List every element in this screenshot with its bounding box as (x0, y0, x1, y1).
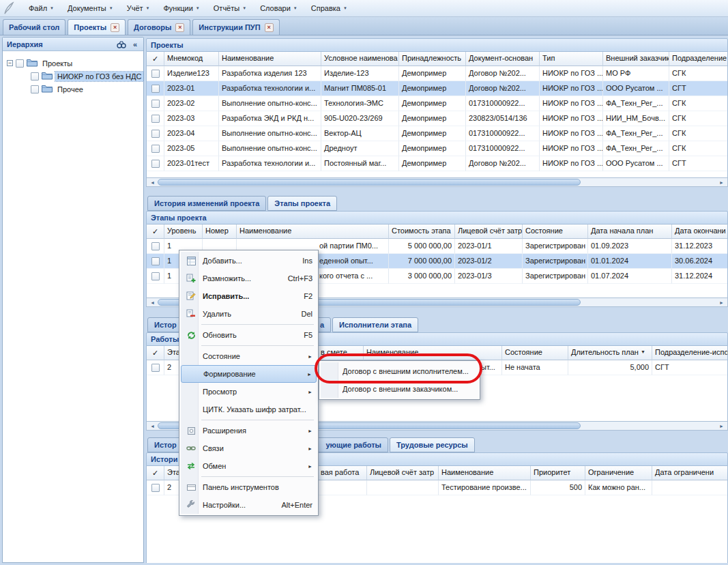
context-menu-item-settings[interactable]: Настройки... Alt+Enter (181, 496, 317, 514)
submenu-item-external-executor[interactable]: Договор с внешним исполнителем... (321, 362, 478, 380)
context-menu-item-state[interactable]: Состояние ► (181, 347, 317, 365)
row-checkbox[interactable] (151, 145, 160, 153)
context-menu-item-links[interactable]: Связи ► (181, 439, 317, 457)
column-header[interactable]: Наименование (439, 466, 531, 480)
context-menu-item-refresh[interactable]: Обновить F5 (181, 326, 317, 344)
close-icon[interactable]: × (265, 23, 274, 32)
close-icon[interactable]: × (175, 23, 184, 32)
column-header-check[interactable]: ✓ (147, 224, 164, 239)
scroll-left-icon[interactable]: ◄ (147, 424, 158, 429)
row-checkbox[interactable] (151, 100, 160, 108)
column-header[interactable]: Дата начала план (588, 224, 672, 239)
table-row[interactable]: 2023-01 Разработка технологии и... Магни… (147, 81, 727, 96)
column-header[interactable]: Наименование (237, 224, 389, 239)
column-header-sorted[interactable]: Длительность план ▼ (568, 346, 652, 360)
table-row[interactable]: 2023-01тест Разработка технологии и... П… (147, 156, 727, 171)
column-header[interactable]: Дата ограничени (652, 466, 728, 480)
column-header[interactable]: Наименование (219, 52, 321, 66)
column-header[interactable]: Условное наименова (321, 52, 399, 66)
submenu-item-external-customer[interactable]: Договор с внешним заказчиком... (321, 380, 478, 398)
scroll-right-icon[interactable]: ► (716, 300, 727, 305)
column-header[interactable]: Приоритет (531, 466, 585, 480)
column-header[interactable]: Ограничение (585, 466, 652, 480)
menubar-item[interactable]: Файл ▼ (22, 1, 61, 15)
doc-tab[interactable]: Инструкции ПУП × (192, 19, 279, 35)
context-menu-item-toolbar[interactable]: Панель инструментов (181, 478, 317, 496)
tree-checkbox[interactable] (31, 85, 39, 93)
column-header[interactable]: Лицевой счёт затрат. (455, 224, 523, 239)
collapse-panel-icon[interactable]: « (130, 39, 141, 49)
context-menu-item-duplicate[interactable]: Размножить... Ctrl+F3 (181, 270, 317, 287)
sub-tab[interactable]: Этапы проекта (267, 196, 337, 211)
scroll-left-icon[interactable]: ◄ (147, 300, 158, 305)
table-row[interactable]: 2023-04 Выполнение опытно-конс... Вектор… (147, 126, 727, 141)
tree-checkbox[interactable] (16, 59, 24, 68)
column-header-check[interactable]: ✓ (147, 52, 164, 66)
menubar-item[interactable]: Учёт ▼ (120, 1, 157, 15)
horizontal-scrollbar[interactable]: ◄ ► (146, 177, 728, 187)
column-header[interactable]: Принадлежность (399, 52, 466, 66)
column-header[interactable]: в смете (318, 346, 364, 360)
row-checkbox[interactable] (151, 257, 160, 265)
context-menu-item-edit[interactable]: Исправить... F2 (181, 287, 317, 305)
column-header[interactable]: Состояние (523, 224, 588, 239)
column-header[interactable]: Тип (540, 52, 603, 66)
column-header-check[interactable]: ✓ (147, 466, 164, 480)
scroll-left-icon[interactable]: ◄ (147, 180, 158, 185)
column-header-check[interactable]: ✓ (147, 346, 164, 360)
row-checkbox[interactable] (151, 115, 160, 123)
search-binoculars-icon[interactable] (116, 39, 127, 49)
tree-item[interactable]: − Прочее (4, 83, 142, 96)
column-header[interactable]: вая работа (318, 466, 367, 480)
doc-tab[interactable]: Договоры × (128, 19, 190, 35)
tree-item[interactable]: − НИОКР по ГОЗ без НДС (4, 70, 142, 83)
column-header[interactable]: Дата окончани (672, 224, 728, 239)
doc-tab[interactable]: Рабочий стол × (3, 19, 65, 35)
column-header[interactable]: Номер (203, 224, 237, 239)
context-menu-item-add[interactable]: Добавить... Ins (181, 252, 317, 270)
menubar-item[interactable]: Отчёты ▼ (207, 1, 253, 15)
row-checkbox[interactable] (151, 130, 160, 138)
menubar-item[interactable]: Словари ▼ (253, 1, 304, 15)
tree-expander-icon[interactable]: − (7, 60, 13, 66)
menubar-item[interactable]: Документы ▼ (61, 1, 120, 15)
table-row[interactable]: Изделие123 Разработка изделия 123 Издели… (147, 66, 727, 81)
context-menu-item-citk[interactable]: ЦИТК. Указать шифр затрат... (181, 401, 317, 418)
row-checkbox[interactable] (151, 70, 160, 78)
sub-tab[interactable]: История изменений проекта (147, 196, 266, 211)
column-header[interactable]: Лицевой счёт затр (367, 466, 439, 480)
column-header[interactable]: Стоимость этапа (389, 224, 455, 239)
column-header[interactable]: Документ-основан (466, 52, 540, 66)
context-menu-item-delete[interactable]: Удалить Del (181, 305, 317, 323)
context-menu-item-extensions[interactable]: Расширения ► (181, 422, 317, 439)
sub-tab[interactable]: Трудовые ресурсы (390, 437, 475, 452)
row-checkbox[interactable] (151, 364, 160, 372)
menubar-item[interactable]: Функции ▼ (156, 1, 206, 15)
column-header[interactable]: Подразделение (669, 52, 728, 66)
table-row[interactable]: 2023-03 Разработка ЭКД и РКД н... 905-U0… (147, 111, 727, 126)
context-menu-item-view[interactable]: Просмотр ► (181, 383, 317, 401)
scroll-right-icon[interactable]: ► (716, 180, 727, 185)
column-header[interactable]: Подразделение-испо (652, 346, 728, 360)
column-header[interactable]: Внешний заказчик (603, 52, 669, 66)
context-menu-item-forming[interactable]: Формирование ► (181, 365, 317, 383)
row-checkbox[interactable] (151, 272, 160, 280)
scrollbar-thumb[interactable] (158, 179, 581, 186)
sub-tab[interactable]: Исполнители этапа (332, 317, 418, 332)
doc-tab[interactable]: Проекты × (68, 19, 126, 35)
tree-item[interactable]: − Проекты (4, 57, 142, 70)
row-checkbox[interactable] (151, 85, 160, 93)
row-checkbox[interactable] (151, 484, 160, 492)
table-row[interactable]: 2023-02 Выполнение опытно-конс... Технол… (147, 96, 727, 111)
column-header[interactable]: Состояние (502, 346, 568, 360)
context-menu-item-exchange[interactable]: Обмен ► (181, 457, 317, 475)
tree-checkbox[interactable] (31, 72, 39, 81)
table-row[interactable]: 2023-05 Выполнение опытно-конс... Дредно… (147, 141, 727, 156)
row-checkbox[interactable] (151, 160, 160, 168)
scroll-right-icon[interactable]: ► (716, 424, 727, 429)
menubar-item[interactable]: Справка ▼ (304, 1, 354, 15)
column-header[interactable]: Уровень (164, 224, 203, 239)
row-checkbox[interactable] (151, 242, 160, 250)
column-header[interactable]: Наименование (364, 346, 502, 360)
column-header[interactable]: Мнемокод (164, 52, 219, 66)
